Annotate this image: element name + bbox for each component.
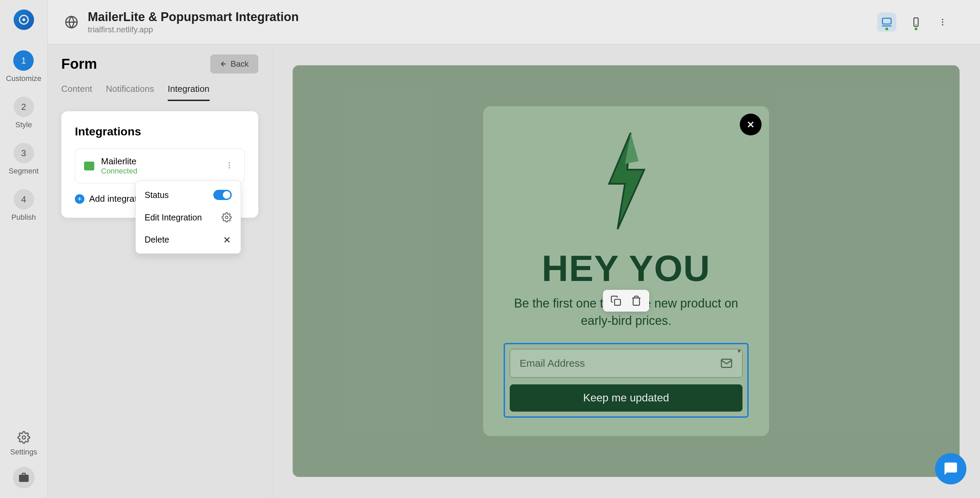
popup-title[interactable]: HEY YOU	[504, 247, 749, 290]
lightning-icon	[597, 130, 655, 232]
svg-point-1	[22, 18, 25, 21]
popup-close-button[interactable]	[740, 114, 762, 135]
integration-dropdown: Status Edit Integration Delete	[135, 181, 241, 254]
selected-form-area[interactable]: Email Address * Keep me updated	[504, 343, 749, 418]
svg-point-10	[942, 21, 943, 22]
trash-icon	[631, 295, 642, 306]
panel-title: Form	[61, 56, 97, 72]
tab-content[interactable]: Content	[61, 84, 92, 101]
gear-icon	[221, 212, 232, 223]
briefcase-icon	[18, 472, 30, 484]
copy-icon	[611, 295, 621, 306]
svg-point-2	[22, 436, 25, 439]
mobile-preview-button[interactable]	[907, 13, 926, 32]
step-publish[interactable]: 4 Publish	[11, 189, 36, 222]
svg-point-13	[229, 162, 230, 164]
step-customize[interactable]: 1 Customize	[6, 50, 41, 83]
top-bar: MailerLite & Popupsmart Integration tria…	[48, 0, 980, 44]
required-asterisk: *	[737, 347, 741, 358]
chat-icon	[84, 162, 94, 170]
step-segment[interactable]: 3 Segment	[8, 143, 38, 175]
mail-icon	[721, 357, 733, 369]
svg-point-14	[229, 165, 230, 166]
card-title: Integrations	[75, 125, 245, 138]
preview-canvas: HEY YOU Be the first one to get the new …	[272, 44, 980, 498]
svg-marker-21	[609, 133, 644, 229]
plus-icon: +	[75, 194, 84, 204]
email-input[interactable]: Email Address *	[510, 349, 743, 377]
svg-point-16	[225, 216, 228, 219]
step-style[interactable]: 2 Style	[14, 97, 34, 129]
settings-button[interactable]: Settings	[10, 430, 37, 457]
close-icon	[222, 235, 232, 245]
svg-rect-5	[882, 18, 891, 24]
submit-button[interactable]: Keep me updated	[510, 384, 743, 412]
dropdown-edit[interactable]: Edit Integration	[136, 206, 240, 229]
page-title: MailerLite & Popupsmart Integration	[88, 10, 868, 24]
svg-point-9	[942, 19, 943, 20]
back-button[interactable]: Back	[210, 54, 258, 73]
globe-icon[interactable]	[65, 15, 78, 29]
svg-point-15	[229, 167, 230, 169]
more-vertical-icon	[938, 18, 947, 27]
chat-support-button[interactable]	[935, 453, 966, 484]
element-toolbar	[603, 290, 649, 312]
delete-element-button[interactable]	[630, 294, 643, 307]
svg-point-11	[942, 24, 943, 25]
popup-preview[interactable]: HEY YOU Be the first one to get the new …	[483, 106, 769, 436]
more-options-button[interactable]	[936, 15, 950, 29]
page-subtitle: trialfirst.netlify.app	[88, 25, 868, 34]
duplicate-button[interactable]	[610, 294, 622, 307]
arrow-left-icon	[220, 60, 227, 68]
phone-icon	[911, 17, 921, 27]
gear-icon	[16, 430, 31, 445]
workspace-button[interactable]	[13, 467, 35, 488]
canvas-frame: HEY YOU Be the first one to get the new …	[293, 65, 959, 477]
more-vertical-icon	[225, 161, 234, 169]
dropdown-delete[interactable]: Delete	[136, 229, 240, 251]
side-panel: Form Back Content Notifications Integrat…	[48, 44, 272, 498]
left-rail: 1 Customize 2 Style 3 Segment 4 Publish …	[0, 0, 48, 498]
desktop-preview-button[interactable]	[877, 13, 896, 32]
chat-icon	[943, 461, 958, 476]
laptop-icon	[881, 16, 892, 28]
close-icon	[746, 119, 756, 130]
status-toggle[interactable]	[213, 190, 232, 200]
tab-integration[interactable]: Integration	[168, 84, 210, 101]
tab-notifications[interactable]: Notifications	[106, 84, 154, 101]
integration-more-button[interactable]	[223, 159, 235, 173]
dropdown-status[interactable]: Status	[136, 184, 240, 206]
svg-rect-24	[614, 299, 620, 305]
integrations-card: Integrations Mailerlite Connected St	[61, 111, 258, 218]
app-logo[interactable]	[14, 10, 34, 30]
integration-item[interactable]: Mailerlite Connected Status	[75, 148, 245, 183]
